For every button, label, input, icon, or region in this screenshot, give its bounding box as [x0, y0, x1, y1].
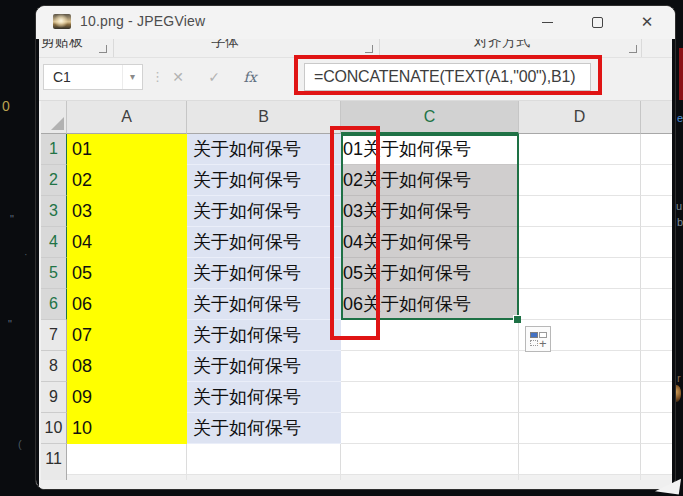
cell-e10[interactable] [641, 413, 672, 444]
row-header-5[interactable]: 5 [41, 258, 67, 289]
background-text-fragment: · [24, 248, 28, 260]
cell-d10[interactable] [519, 413, 641, 444]
select-all-button[interactable] [41, 101, 67, 134]
close-button[interactable]: ✕ [624, 6, 670, 38]
image-thumbnail-icon [53, 14, 71, 29]
cell-e5[interactable] [641, 258, 672, 289]
insert-function-button[interactable]: fx [235, 64, 265, 90]
checkmark-icon: ✓ [208, 69, 220, 85]
background-text-fragment: u [676, 200, 682, 212]
cell-b2[interactable]: 关于如何保号 [187, 165, 341, 196]
cell-b10[interactable]: 关于如何保号 [187, 413, 341, 444]
cell-a5[interactable]: 05 [67, 258, 187, 289]
cell-e2[interactable] [641, 165, 672, 196]
image-letterbox-right [672, 39, 676, 490]
cell-e3[interactable] [641, 196, 672, 227]
column-header-b[interactable]: B [187, 101, 341, 134]
cell-a6[interactable]: 06 [67, 289, 187, 320]
background-text-fragment: " [10, 213, 14, 225]
column-header-d[interactable]: D [519, 101, 641, 134]
maximize-button[interactable] [574, 6, 620, 38]
cell-e8[interactable] [641, 351, 672, 382]
background-red-annotation-fragment [679, 48, 683, 100]
plus-icon: + [539, 336, 547, 351]
chevron-down-icon[interactable]: ▾ [122, 65, 142, 89]
partial-row-12 [41, 470, 672, 480]
background-text-fragment: 0 [2, 98, 10, 114]
title-bar[interactable]: 10.png - JPEGView ✕ [36, 6, 676, 39]
dialog-launcher-icon [629, 45, 637, 53]
row-header-3[interactable]: 3 [41, 196, 67, 227]
red-annotation-formula-bar [294, 55, 602, 95]
cell-a9[interactable]: 09 [67, 382, 187, 413]
ribbon-group-clipboard: 剪贴板 [41, 39, 83, 56]
cell-b7[interactable]: 关于如何保号 [187, 320, 341, 351]
cell-b8[interactable]: 关于如何保号 [187, 351, 341, 382]
name-box-value: C1 [44, 69, 122, 85]
row-header-8[interactable]: 8 [41, 351, 67, 382]
window-title: 10.png - JPEGView [80, 13, 205, 29]
ribbon-separator [113, 39, 114, 58]
cell-e7[interactable] [641, 320, 672, 351]
enter-button[interactable]: ✓ [199, 64, 229, 90]
cell-d2[interactable] [519, 165, 641, 196]
minimize-icon [542, 22, 553, 23]
cell-a1[interactable]: 01 [67, 134, 187, 165]
cell-b9[interactable]: 关于如何保号 [187, 382, 341, 413]
column-header-e[interactable] [641, 101, 672, 134]
row-header-12-partial [41, 470, 67, 480]
name-box[interactable]: C1 ▾ [43, 64, 143, 90]
cell-d8[interactable] [519, 351, 641, 382]
row-header-4[interactable]: 4 [41, 227, 67, 258]
jpegview-window: 10.png - JPEGView ✕ 剪贴板 字体 对齐方式 C1 ▾ ⋮ [35, 5, 676, 490]
cell-b1[interactable]: 关于如何保号 [187, 134, 341, 165]
cancel-button[interactable]: ✕ [163, 64, 193, 90]
fill-handle[interactable] [513, 315, 521, 323]
cell-a7[interactable]: 07 [67, 320, 187, 351]
autofill-options-button[interactable]: + [525, 326, 551, 352]
cell-b6[interactable]: 关于如何保号 [187, 289, 341, 320]
dialog-launcher-icon [365, 45, 373, 53]
cell-e6[interactable] [641, 289, 672, 320]
cell-a8[interactable]: 08 [67, 351, 187, 382]
cell-b5[interactable]: 关于如何保号 [187, 258, 341, 289]
cell-d1[interactable] [519, 134, 641, 165]
row-header-2[interactable]: 2 [41, 165, 67, 196]
cell-d4[interactable] [519, 227, 641, 258]
cell-a2[interactable]: 02 [67, 165, 187, 196]
cell-c10[interactable] [341, 413, 519, 444]
cell-d6[interactable] [519, 289, 641, 320]
row-header-6[interactable]: 6 [41, 289, 67, 320]
red-annotation-column-c-prefix [330, 126, 380, 340]
minimize-button[interactable] [524, 6, 570, 38]
cell-b3[interactable]: 关于如何保号 [187, 196, 341, 227]
maximize-icon [592, 17, 603, 28]
table-row: 9 09 关于如何保号 [41, 382, 672, 413]
row-header-9[interactable]: 9 [41, 382, 67, 413]
cell-e1[interactable] [641, 134, 672, 165]
background-text-fragment: " [8, 318, 12, 330]
cell-a10[interactable]: 10 [67, 413, 187, 444]
cell-d9[interactable] [519, 382, 641, 413]
cell-c9[interactable] [341, 382, 519, 413]
cell-c8[interactable] [341, 351, 519, 382]
cancel-icon: ✕ [172, 69, 184, 85]
table-row: 8 08 关于如何保号 [41, 351, 672, 382]
cell-a3[interactable]: 03 [67, 196, 187, 227]
column-header-a[interactable]: A [67, 101, 187, 134]
cell-d5[interactable] [519, 258, 641, 289]
row-header-7[interactable]: 7 [41, 320, 67, 351]
row-header-1[interactable]: 1 [41, 134, 67, 165]
image-bottom-strip [39, 480, 672, 490]
background-text-fragment: r [677, 372, 681, 384]
cell-d3[interactable] [519, 196, 641, 227]
ribbon-group-alignment: 对齐方式 [474, 39, 530, 56]
cell-e4[interactable] [641, 227, 672, 258]
cell-b4[interactable]: 关于如何保号 [187, 227, 341, 258]
cell-e9[interactable] [641, 382, 672, 413]
close-icon: ✕ [641, 13, 654, 31]
cell-a4[interactable]: 04 [67, 227, 187, 258]
background-text-fragment: b [677, 216, 683, 228]
row-header-10[interactable]: 10 [41, 413, 67, 444]
background-text-fragment: ( [18, 438, 22, 450]
